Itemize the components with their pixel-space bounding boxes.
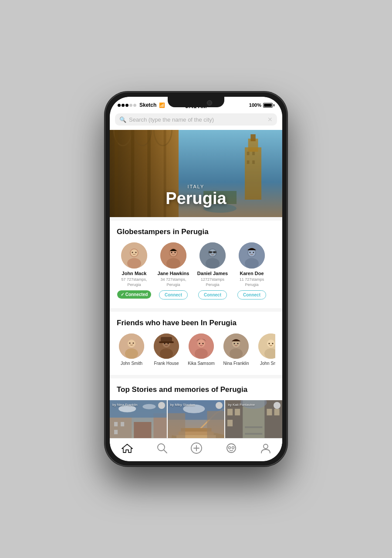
svg-rect-60 xyxy=(159,341,174,343)
nav-home[interactable] xyxy=(121,443,133,453)
battery-tip xyxy=(274,104,274,106)
friend-card-john-smith-2[interactable]: John Smith xyxy=(256,333,275,366)
wifi-icon: 📶 xyxy=(159,102,165,108)
connect-button-daniel-james[interactable]: Connect xyxy=(198,290,227,299)
svg-point-42 xyxy=(248,249,255,256)
stories-row[interactable]: by Nina Franklin 34 xyxy=(110,400,282,438)
svg-rect-114 xyxy=(245,433,263,435)
friend-avatar-john-smith-2 xyxy=(258,333,275,359)
friend-name-kika-samsom: Kika Samsom xyxy=(188,361,215,366)
nav-search[interactable] xyxy=(156,442,168,454)
friend-face-5 xyxy=(258,333,275,359)
friend-name-nina-franklin: Nina Franklin xyxy=(223,361,249,366)
search-icon: 🔍 xyxy=(119,116,126,123)
story-card-1[interactable]: by Nina Franklin 34 xyxy=(110,400,167,438)
stamper-stamps-john-mack: 57 727stamps,Perugia xyxy=(121,277,147,287)
svg-rect-87 xyxy=(134,422,151,438)
svg-rect-37 xyxy=(213,251,216,253)
friend-face-4 xyxy=(223,333,249,359)
svg-point-71 xyxy=(234,343,235,344)
stamper-avatar-karen-doe xyxy=(239,242,265,269)
svg-point-76 xyxy=(269,343,270,344)
svg-point-72 xyxy=(237,343,239,344)
stamper-avatar-daniel-james xyxy=(199,242,226,269)
avatar-face-daniel-james xyxy=(199,242,226,269)
signal-dot-5 xyxy=(133,104,136,107)
story-author-avatar-2 xyxy=(216,402,223,409)
stamper-card-john-mack[interactable]: John Mack 57 727stamps,Perugia ✓ Connect… xyxy=(117,242,152,299)
friend-avatar-john-smith-1 xyxy=(119,333,144,359)
svg-point-20 xyxy=(127,258,141,269)
story-card-2[interactable]: by Miky Stanton 235 xyxy=(168,400,225,438)
connect-button-karen-doe[interactable]: Connect xyxy=(237,290,266,299)
stories-title: Top Stories and memories of Perugia xyxy=(117,385,275,394)
friend-card-john-smith-1[interactable]: John Smith xyxy=(117,333,146,366)
stamper-avatar-john-mack xyxy=(121,242,147,269)
hero-banner: ITALY Perugia xyxy=(110,130,282,217)
story-card-3[interactable]: by Kati Fontavine 134 xyxy=(225,400,282,438)
social-icon xyxy=(225,442,237,454)
stamper-stamps-daniel-james: 12727stampsPerugia xyxy=(201,277,224,287)
stamper-avatar-jane-hawkins xyxy=(160,242,186,269)
profile-icon xyxy=(260,442,271,454)
screen: Sketch 📶 9:41 AM 100% 🔍 xyxy=(110,97,282,461)
svg-rect-102 xyxy=(207,411,224,438)
nav-add[interactable] xyxy=(190,442,203,454)
battery-fill xyxy=(264,104,272,107)
avatar-face-jane-hawkins xyxy=(160,242,186,269)
friend-avatar-nina-franklin xyxy=(223,333,249,359)
search-clear-icon[interactable]: ✕ xyxy=(267,116,273,123)
friend-avatar-kika-samsom xyxy=(189,333,214,359)
svg-rect-98 xyxy=(181,428,211,432)
search-input[interactable]: Search (type the name of the city) xyxy=(129,116,265,123)
svg-point-65 xyxy=(195,348,208,359)
battery-icon xyxy=(263,103,274,108)
checkmark-icon: ✓ xyxy=(121,292,124,297)
stories-section: Top Stories and memories of Perugia xyxy=(110,378,282,438)
battery-body xyxy=(263,103,273,108)
svg-point-44 xyxy=(253,252,254,253)
nav-social[interactable] xyxy=(225,442,237,454)
friend-card-frank-house[interactable]: Frank House xyxy=(152,333,181,366)
friend-card-nina-franklin[interactable]: Nina Franklin xyxy=(221,333,251,366)
friends-row[interactable]: John Smith xyxy=(117,333,275,368)
svg-point-43 xyxy=(250,252,251,253)
friend-avatar-frank-house xyxy=(154,333,179,359)
svg-point-29 xyxy=(175,252,176,253)
stamper-name-daniel-james: Daniel James xyxy=(197,271,228,276)
friend-face-1 xyxy=(119,333,144,359)
svg-point-70 xyxy=(230,348,243,359)
stamper-stamps-jane-hawkins: 34 727stamps,Perugia xyxy=(160,277,186,287)
connect-button-jane-hawkins[interactable]: Connect xyxy=(159,290,188,299)
stamper-card-karen-doe[interactable]: Karen Doe 11 727stampsPerugia Connect xyxy=(234,242,269,299)
stamper-card-jane-hawkins[interactable]: Jane Hawkins 34 727stamps,Perugia Connec… xyxy=(156,242,191,299)
stamper-name-john-mack: John Mack xyxy=(122,271,147,276)
friend-face-2 xyxy=(154,333,179,359)
status-right: 100% xyxy=(249,102,274,108)
stamper-card-nina-pinky[interactable]: Nina Pinky 10 727stampsPerugia Connect xyxy=(274,242,275,299)
stamper-card-daniel-james[interactable]: Daniel James 12727stampsPerugia Connect xyxy=(195,242,230,299)
hero-city: Perugia xyxy=(166,190,226,207)
stamper-name-karen-doe: Karen Doe xyxy=(240,271,264,276)
friends-title: Friends who have been In Perugia xyxy=(117,319,275,327)
friend-face-3 xyxy=(189,333,214,359)
connected-button-john-mack[interactable]: ✓ Connected xyxy=(117,290,152,299)
phone-frame: Sketch 📶 9:41 AM 100% 🔍 xyxy=(105,92,287,466)
friend-name-john-smith-1: John Smith xyxy=(121,361,142,366)
search-input-wrapper[interactable]: 🔍 Search (type the name of the city) ✕ xyxy=(115,113,277,126)
svg-rect-90 xyxy=(121,422,124,426)
svg-rect-36 xyxy=(209,251,212,253)
avatar-face-john-mack xyxy=(121,242,147,269)
signal-dots xyxy=(118,104,136,107)
friend-card-kika-samsom[interactable]: Kika Samsom xyxy=(186,333,216,366)
content-scroll[interactable]: ITALY Perugia Globestampers in Perugia xyxy=(110,130,282,438)
svg-rect-91 xyxy=(114,430,118,434)
svg-point-67 xyxy=(203,343,204,344)
stampers-row[interactable]: John Mack 57 727stamps,Perugia ✓ Connect… xyxy=(117,242,275,301)
svg-point-28 xyxy=(171,252,172,253)
svg-point-66 xyxy=(199,343,200,344)
stamper-stamps-karen-doe: 11 727stampsPerugia xyxy=(240,277,264,287)
svg-point-54 xyxy=(129,342,131,344)
story-author-avatar-1 xyxy=(158,402,165,409)
nav-profile[interactable] xyxy=(260,442,271,454)
